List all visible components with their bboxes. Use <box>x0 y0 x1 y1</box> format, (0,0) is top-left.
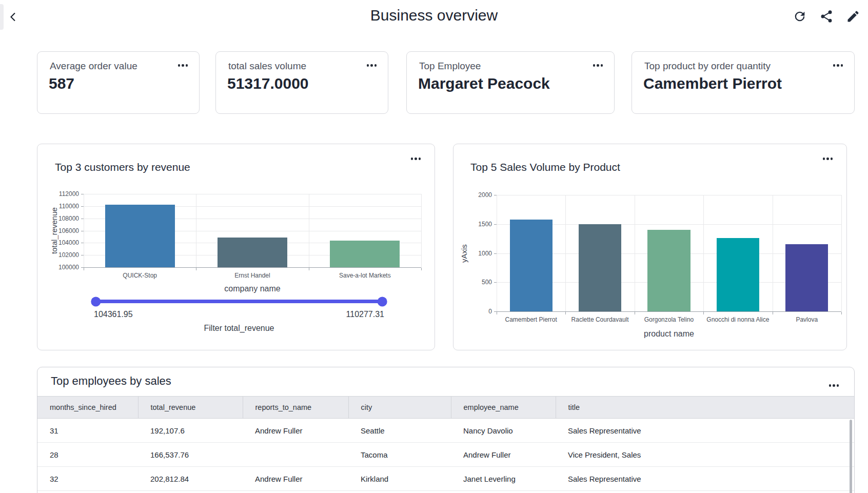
edit-button[interactable] <box>845 9 861 25</box>
table-cell: 28 <box>37 443 138 467</box>
x-tick-mark <box>773 312 773 314</box>
table-cell: Andrew Fuller <box>243 419 348 443</box>
y-tick-label: 104000 <box>58 239 79 246</box>
table-cell: Sales Representative <box>556 419 854 443</box>
slider-track[interactable] <box>94 300 384 303</box>
bar[interactable] <box>105 205 175 267</box>
revenue-filter-slider: 104361.95 110277.31 Filter total_revenue <box>94 300 384 333</box>
x-tick-mark <box>309 268 309 270</box>
x-tick-mark <box>421 268 422 270</box>
more-menu-icon[interactable] <box>829 384 839 387</box>
dashboard-page: Business overview Average order value <box>0 0 868 493</box>
x-tick-mark <box>84 268 84 270</box>
bar[interactable] <box>510 220 553 311</box>
table-title: Top employees by sales <box>51 374 171 388</box>
column-header: total_revenue <box>138 397 243 419</box>
table-cell: Andrew Fuller <box>243 467 348 491</box>
column-header: months_since_hired <box>37 397 138 419</box>
column-header: city <box>348 397 451 419</box>
y-tick-label: 112000 <box>59 190 79 198</box>
employees-table: months_since_hiredtotal_revenuereports_t… <box>37 396 854 491</box>
gridline <box>497 195 841 195</box>
table-cell: Kirkland <box>348 467 451 491</box>
x-tick-label: Pavlova <box>796 316 818 323</box>
gridline <box>841 195 842 311</box>
y-tick-label: 100000 <box>58 264 79 271</box>
more-menu-icon[interactable] <box>178 64 188 67</box>
gridline <box>635 195 635 311</box>
gridline <box>703 195 704 311</box>
gridline <box>773 195 773 311</box>
slider-handle-max[interactable] <box>378 297 387 306</box>
share-icon <box>819 17 834 25</box>
table-cell: 31 <box>37 419 138 443</box>
more-menu-icon[interactable] <box>367 64 377 67</box>
bar[interactable] <box>579 224 621 311</box>
slider-max-value: 110277.31 <box>346 310 384 319</box>
x-tick-mark <box>497 312 497 314</box>
bar[interactable] <box>717 238 759 311</box>
bar[interactable] <box>218 238 287 267</box>
bar[interactable] <box>647 230 690 311</box>
table-row[interactable]: 32202,812.84Andrew FullerKirklandJanet L… <box>37 467 854 491</box>
slider-caption: Filter total_revenue <box>94 324 384 333</box>
table-row[interactable]: 31192,107.6Andrew FullerSeattleNancy Dav… <box>37 419 854 443</box>
x-axis-title: product name <box>497 329 841 339</box>
gridline <box>497 195 497 311</box>
header-bar: Business overview <box>0 0 868 34</box>
kpi-value: Margaret Peacock <box>418 75 550 92</box>
column-header: reports_to_name <box>243 397 348 419</box>
more-menu-icon[interactable] <box>823 157 833 160</box>
table-cell: Andrew Fuller <box>451 443 556 467</box>
slider-handle-min[interactable] <box>91 297 101 306</box>
kpi-card-top-product: Top product by order quantity Camembert … <box>632 51 855 114</box>
slider-min-value: 104361.95 <box>94 310 133 319</box>
share-button[interactable] <box>819 9 834 25</box>
table-cell: 192,107.6 <box>138 419 243 443</box>
y-tick-label: 106000 <box>58 227 79 234</box>
table-cell: Seattle <box>348 419 451 443</box>
table-header: months_since_hiredtotal_revenuereports_t… <box>37 397 854 419</box>
x-tick-label: Ernst Handel <box>234 272 270 279</box>
table-cell: 202,812.84 <box>138 467 243 491</box>
gridline <box>84 194 84 267</box>
y-tick-label: 1500 <box>478 221 492 228</box>
table-cell: Janet Leverling <box>451 467 556 491</box>
more-menu-icon[interactable] <box>593 64 603 67</box>
kpi-card-top-employee: Top Employee Margaret Peacock <box>406 51 615 114</box>
x-tick-label: Gnocchi di nonna Alice <box>706 316 769 323</box>
table-row[interactable]: 28166,537.76TacomaAndrew FullerVice Pres… <box>37 443 854 467</box>
kpi-value: 51317.0000 <box>227 75 309 92</box>
kpi-card-total-sales-volume: total sales volume 51317.0000 <box>215 51 388 114</box>
y-axis-title: total_revenue <box>50 194 58 268</box>
y-tick-label: 102000 <box>58 251 79 259</box>
x-tick-label: Camembert Pierrot <box>505 316 557 323</box>
plot-area: 1000001020001040001060001080001100001120… <box>84 194 421 268</box>
table-card-top-employees: Top employees by sales months_since_hire… <box>37 367 855 493</box>
vertical-scrollbar[interactable] <box>850 420 852 493</box>
x-tick-label: Save-a-lot Markets <box>339 272 391 279</box>
more-menu-icon[interactable] <box>411 157 421 160</box>
bar[interactable] <box>330 241 400 267</box>
column-header: title <box>556 397 854 419</box>
kpi-card-average-order-value: Average order value 587 <box>37 51 200 114</box>
chart-card-sales-volume: Top 5 Sales Volume by Product yAxisprodu… <box>453 144 847 350</box>
y-tick-label: 108000 <box>58 215 79 222</box>
x-tick-label: QUICK-Stop <box>123 272 157 279</box>
x-tick-mark <box>703 312 704 314</box>
refresh-button[interactable] <box>792 9 807 25</box>
header-actions <box>792 9 861 25</box>
y-tick-label: 0 <box>488 308 492 315</box>
y-axis-title: yAxis <box>460 195 468 312</box>
kpi-title: Average order value <box>50 61 137 72</box>
kpi-title: Top Employee <box>419 61 481 72</box>
table-cell: Tacoma <box>348 443 451 467</box>
bar[interactable] <box>785 244 828 311</box>
more-menu-icon[interactable] <box>833 64 843 67</box>
x-axis-title: company name <box>84 284 421 293</box>
x-tick-label: Raclette Courdavault <box>571 316 629 323</box>
y-tick-label: 2000 <box>478 191 492 199</box>
x-tick-mark <box>841 312 842 314</box>
gridline <box>421 194 422 267</box>
column-header: employee_name <box>451 397 556 419</box>
